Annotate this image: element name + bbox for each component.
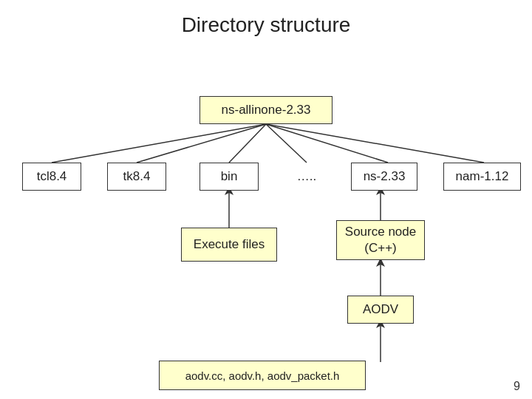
tk-label: tk8.4 <box>123 169 151 184</box>
source-label: Source node(C++) <box>345 224 416 256</box>
dots-label: ….. <box>297 169 316 184</box>
svg-line-5 <box>266 124 484 163</box>
files-label: aodv.cc, aodv.h, aodv_packet.h <box>185 369 340 382</box>
svg-line-0 <box>52 124 266 163</box>
source-node: Source node(C++) <box>336 220 425 260</box>
bin-node: bin <box>200 163 259 191</box>
svg-line-2 <box>229 124 266 163</box>
bin-label: bin <box>221 169 238 184</box>
nam-node: nam-1.12 <box>443 163 521 191</box>
tcl-label: tcl8.4 <box>37 169 67 184</box>
dots-node: ….. <box>284 163 329 191</box>
tcl-node: tcl8.4 <box>22 163 81 191</box>
page-title: Directory structure <box>0 0 532 37</box>
tk-node: tk8.4 <box>107 163 166 191</box>
svg-line-3 <box>266 124 307 163</box>
page-number: 9 <box>514 380 520 393</box>
svg-line-1 <box>137 124 266 163</box>
root-label: ns-allinone-2.33 <box>222 103 311 117</box>
ns233-label: ns-2.33 <box>364 169 406 184</box>
aodv-label: AODV <box>363 302 398 317</box>
root-node: ns-allinone-2.33 <box>200 96 332 124</box>
aodv-node: AODV <box>347 296 414 324</box>
execute-label: Execute files <box>194 237 265 252</box>
execute-node: Execute files <box>181 228 277 262</box>
ns233-node: ns-2.33 <box>351 163 417 191</box>
svg-line-4 <box>266 124 388 163</box>
files-node: aodv.cc, aodv.h, aodv_packet.h <box>159 361 366 390</box>
nam-label: nam-1.12 <box>456 169 509 184</box>
